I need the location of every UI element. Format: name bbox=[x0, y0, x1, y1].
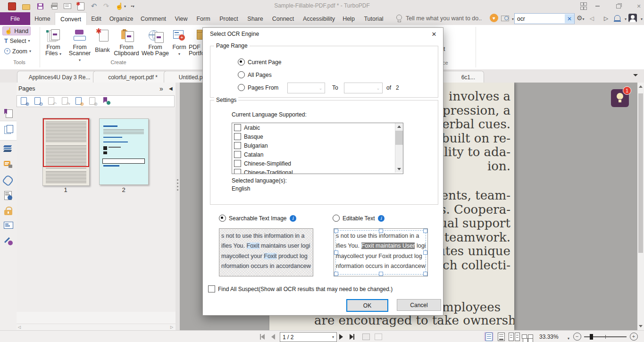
open-file-button[interactable] bbox=[22, 2, 30, 10]
pages-panel-icon[interactable] bbox=[4, 125, 13, 134]
info-icon[interactable]: i bbox=[378, 215, 385, 222]
page-to-select[interactable]: ⌄ bbox=[344, 83, 383, 93]
restore-button[interactable] bbox=[615, 3, 622, 9]
sign-panel-icon[interactable] bbox=[4, 236, 13, 246]
previous-page-button[interactable] bbox=[270, 332, 276, 341]
print-button[interactable] bbox=[50, 2, 59, 10]
tab-comment[interactable]: Comment bbox=[137, 12, 170, 25]
search-clear-icon[interactable]: ✕ bbox=[565, 14, 574, 23]
page-2-thumbnail[interactable] bbox=[99, 118, 149, 185]
editable-text-radio[interactable]: Editable Text i bbox=[333, 215, 385, 222]
new-document-button[interactable]: ✱ bbox=[76, 2, 85, 10]
language-option[interactable]: Chinese-Simplified bbox=[232, 159, 403, 168]
layers-panel-icon[interactable] bbox=[4, 145, 13, 154]
listbox-scrollbar-thumb[interactable] bbox=[395, 131, 403, 145]
back-button[interactable]: ◁ bbox=[590, 15, 594, 22]
dialog-close-button[interactable]: ✕ bbox=[429, 30, 439, 38]
next-view-button[interactable] bbox=[374, 332, 383, 341]
page-bookmark-button[interactable] bbox=[103, 97, 110, 106]
minimize-button[interactable] bbox=[594, 3, 601, 9]
email-button[interactable] bbox=[63, 2, 72, 10]
create-form-button[interactable]: + Form ▾ bbox=[170, 26, 189, 57]
tab-edit[interactable]: Edit bbox=[87, 12, 106, 25]
digital-signatures-panel-icon[interactable] bbox=[4, 191, 13, 200]
scroll-right-icon[interactable]: ▷ bbox=[170, 325, 173, 329]
panel-splitter[interactable] bbox=[176, 83, 180, 330]
facing-view-button[interactable] bbox=[509, 332, 520, 341]
continuous-facing-view-button[interactable] bbox=[522, 332, 533, 341]
customize-toolbar-button[interactable]: ⹀▾ bbox=[129, 2, 136, 10]
cancel-button[interactable]: Cancel bbox=[397, 299, 441, 311]
language-option[interactable]: Arabic bbox=[232, 123, 403, 132]
last-page-button[interactable] bbox=[347, 332, 357, 341]
undo-button[interactable]: ↶ bbox=[90, 2, 98, 10]
security-panel-icon[interactable] bbox=[4, 206, 13, 216]
scroll-up-icon[interactable] bbox=[639, 85, 643, 88]
ok-button[interactable]: OK bbox=[346, 299, 388, 312]
listbox-scrollbar[interactable] bbox=[395, 123, 403, 173]
language-option[interactable]: Basque bbox=[232, 132, 403, 141]
zoom-slider-thumb[interactable] bbox=[590, 334, 593, 340]
tab-file[interactable]: File bbox=[0, 12, 30, 25]
tab-home[interactable]: Home bbox=[30, 12, 55, 25]
save-button[interactable] bbox=[36, 2, 44, 10]
tab-help[interactable]: Help bbox=[339, 12, 359, 25]
assistant-lightbulb-button[interactable]: 1 bbox=[611, 89, 629, 107]
panel-collapse-icon[interactable]: ◀ bbox=[169, 86, 173, 91]
tell-me-box[interactable]: Tell me what you want to do.. bbox=[406, 15, 482, 22]
delete-page-button[interactable]: ⊗ bbox=[89, 97, 97, 106]
tab-organize[interactable]: Organize bbox=[106, 12, 137, 25]
zoom-in-button[interactable]: + bbox=[629, 332, 638, 341]
checkbox-icon[interactable] bbox=[234, 124, 241, 131]
doc-tab-2[interactable]: colorful_report.pdf * bbox=[93, 71, 173, 83]
listbox-scroll-down-icon[interactable] bbox=[395, 166, 403, 173]
document-vertical-scrollbar[interactable] bbox=[637, 83, 644, 330]
language-option[interactable]: Bulgarian bbox=[232, 141, 403, 150]
insert-page-button[interactable]: ⊕ bbox=[75, 97, 83, 106]
create-from-scanner-button[interactable]: From Scanner ▾ bbox=[67, 26, 92, 63]
page-1-thumbnail[interactable] bbox=[42, 118, 90, 186]
all-pages-radio[interactable]: All Pages bbox=[238, 71, 272, 78]
favorites-heart-icon[interactable]: ♥ bbox=[490, 14, 498, 22]
doc-tab-1[interactable]: Applinces4U Day 3 Re... bbox=[17, 71, 102, 83]
continuous-view-button[interactable] bbox=[496, 332, 506, 341]
select-tool-button[interactable]: T Select▾ bbox=[2, 37, 32, 45]
tab-accessibility[interactable]: Accessibility bbox=[299, 12, 339, 25]
find-all-suspect-checkbox[interactable]: Find All Suspect(Show all OCR results th… bbox=[208, 285, 393, 292]
info-icon[interactable]: i bbox=[290, 215, 296, 222]
tab-share[interactable]: Share bbox=[243, 12, 267, 25]
viewport-indicator[interactable] bbox=[43, 118, 89, 167]
redo-button[interactable]: ↷ bbox=[102, 2, 110, 10]
fields-panel-icon[interactable] bbox=[4, 221, 13, 230]
first-page-button[interactable] bbox=[258, 332, 267, 341]
language-listbox[interactable]: Arabic Basque Bulgarian Catalan Chinese-… bbox=[232, 123, 403, 174]
notifications-bell-icon[interactable]: ▾ bbox=[614, 14, 626, 23]
close-window-button[interactable]: ✕ bbox=[635, 3, 643, 9]
current-page-radio[interactable]: Current Page bbox=[238, 58, 281, 66]
comments-panel-icon[interactable] bbox=[4, 160, 13, 170]
zoom-out-thumbnails-button[interactable]: ⊖ bbox=[34, 97, 42, 106]
page-number-combo[interactable]: 1 / 2 ▾ bbox=[280, 332, 337, 342]
scrollbar-thumb[interactable] bbox=[638, 93, 643, 253]
layout-grid-button[interactable] bbox=[579, 3, 587, 9]
tab-convert[interactable]: Convert bbox=[55, 12, 87, 25]
next-page-button[interactable] bbox=[338, 332, 344, 341]
gear-icon[interactable]: ⚙▾ bbox=[577, 14, 585, 22]
tab-connect[interactable]: Connect bbox=[267, 12, 299, 25]
tab-list-dropdown[interactable] bbox=[633, 74, 638, 76]
tab-protect[interactable]: Protect bbox=[214, 12, 243, 25]
create-from-files-button[interactable]: From Files ▾ bbox=[41, 26, 66, 57]
rotate-left-button[interactable]: ↶ bbox=[48, 97, 56, 106]
zoom-caret[interactable]: ▾ bbox=[568, 334, 569, 341]
zoom-slider-track[interactable] bbox=[584, 336, 627, 337]
panel-horizontal-scrollbar[interactable]: ◁ ▷ bbox=[17, 324, 176, 331]
checkbox-icon[interactable] bbox=[208, 285, 215, 292]
language-option[interactable]: Chinese-Traditional bbox=[232, 168, 403, 174]
user-avatar[interactable]: ▾ bbox=[628, 14, 642, 23]
single-page-view-button[interactable] bbox=[484, 332, 493, 341]
tab-view[interactable]: View bbox=[170, 12, 192, 25]
bookmarks-panel-icon[interactable] bbox=[4, 109, 13, 118]
scroll-left-icon[interactable]: ◁ bbox=[18, 325, 21, 329]
checkbox-icon[interactable] bbox=[234, 142, 241, 149]
checkbox-icon[interactable] bbox=[234, 151, 241, 158]
